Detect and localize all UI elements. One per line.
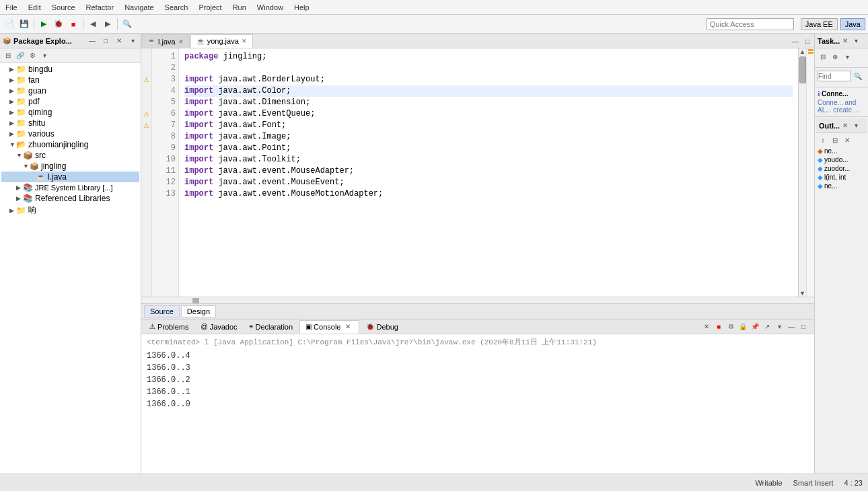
tab-ljava[interactable]: ☕ l.java ✕	[141, 34, 190, 48]
menu-source[interactable]: Source	[49, 2, 78, 13]
java-button[interactable]: Java	[840, 18, 865, 30]
collapse-all-button[interactable]: ⊟	[3, 50, 13, 61]
outline-item-lint[interactable]: ◆ l(int, int	[816, 173, 867, 182]
open-console-button[interactable]: ↗	[762, 322, 772, 332]
design-tab[interactable]: Design	[181, 305, 216, 317]
console-chevron-button[interactable]: ▾	[774, 322, 785, 332]
scroll-down-button[interactable]: ▼	[799, 290, 806, 297]
library-icon: 📚	[23, 194, 33, 203]
tab-yongjava[interactable]: ☕ yong.java ✕	[190, 34, 253, 48]
scroll-up-button[interactable]: ▲	[799, 48, 806, 55]
tree-item-jingling[interactable]: ▼ 📦 jingling	[1, 161, 139, 172]
tree-item-ljava[interactable]: ☕ l.java	[1, 172, 139, 182]
console-min-button[interactable]: —	[786, 322, 797, 332]
task-btn-3[interactable]: ▾	[842, 51, 853, 62]
find-input[interactable]	[818, 71, 851, 81]
minimize-panel-button[interactable]: —	[87, 36, 98, 46]
outline-item-ne[interactable]: ◆ ne...	[816, 147, 867, 155]
clear-console-button[interactable]: ✕	[701, 322, 712, 332]
tab-debug[interactable]: 🐞 Debug	[361, 320, 403, 334]
scroll-thumb[interactable]	[799, 56, 806, 83]
console-settings-button[interactable]: ⚙	[725, 322, 736, 332]
quick-access-input[interactable]	[707, 18, 794, 30]
tree-item-qiming[interactable]: ▶ 📁 qiming	[1, 107, 139, 118]
editor-max-button[interactable]: □	[802, 36, 813, 46]
tree-item-pdf[interactable]: ▶ 📁 pdf	[1, 96, 139, 107]
tab-console[interactable]: ▣ Console ✕	[299, 320, 359, 334]
task-btn-2[interactable]: ⊕	[830, 51, 840, 62]
outline-btn-3[interactable]: ✕	[842, 135, 853, 145]
debug-button[interactable]: 🐞	[52, 17, 65, 31]
task-panel-menu[interactable]: ▾	[851, 36, 861, 46]
search-button[interactable]: 🔍	[120, 17, 134, 31]
tree-item-various[interactable]: ▶ 📁 various	[1, 128, 139, 139]
tree-item-jre[interactable]: ▶ 📚 JRE System Library [...]	[1, 182, 139, 193]
tree-item-guan[interactable]: ▶ 📁 guan	[1, 85, 139, 96]
new-button[interactable]: 📄	[3, 17, 16, 31]
menu-file[interactable]: File	[3, 2, 20, 13]
java-ee-button[interactable]: Java EE	[801, 18, 838, 30]
tree-item-zhuomianjingling[interactable]: ▼ 📂 zhuomianjingling	[1, 139, 139, 150]
outline-menu[interactable]: ▾	[851, 120, 861, 131]
save-button[interactable]: 💾	[17, 17, 31, 31]
menu-window[interactable]: Window	[254, 2, 286, 13]
tab-javadoc-label: Javadoc	[210, 323, 238, 331]
menu-run[interactable]: Run	[230, 2, 249, 13]
code-editor-area: ⚠ ⚠ ⚠ 12345 678910 111213	[141, 48, 814, 297]
panel-chevron-button[interactable]: ▾	[39, 50, 50, 61]
task-panel-close[interactable]: ✕	[840, 36, 851, 46]
menu-help[interactable]: Help	[291, 2, 312, 13]
source-tab[interactable]: Source	[144, 305, 180, 317]
h-scroll-thumb[interactable]	[192, 298, 199, 303]
tree-item-bingdu[interactable]: ▶ 📁 bingdu	[1, 64, 139, 75]
code-editor[interactable]: package jingling; import java.awt.Border…	[179, 48, 798, 297]
outline-item-zuodor[interactable]: ◆ zuodor...	[816, 164, 867, 173]
editor-min-button[interactable]: —	[790, 36, 801, 46]
pin-console-button[interactable]: 📌	[750, 322, 760, 332]
console-close-button[interactable]: ✕	[342, 322, 353, 332]
tab-javadoc[interactable]: @ Javadoc	[195, 320, 242, 334]
find-button[interactable]: 🔍	[853, 71, 863, 81]
tree-item-shitu[interactable]: ▶ 📁 shitu	[1, 118, 139, 128]
console-max-button[interactable]: □	[798, 322, 809, 332]
back-button[interactable]: ◀	[86, 17, 100, 31]
horizontal-scrollbar[interactable]	[179, 297, 814, 303]
close-panel-button[interactable]: ✕	[114, 36, 124, 46]
tab-close-button[interactable]: ✕	[178, 38, 184, 45]
menu-edit[interactable]: Edit	[26, 2, 44, 13]
forward-button[interactable]: ▶	[101, 17, 114, 31]
maximize-panel-button[interactable]: □	[100, 36, 111, 46]
menu-project[interactable]: Project	[196, 2, 224, 13]
menu-navigate[interactable]: Navigate	[122, 2, 156, 13]
stop-button[interactable]: ■	[67, 17, 80, 31]
chevron-right-icon: ▶	[9, 120, 16, 126]
tree-item-src[interactable]: ▼ 📦 src	[1, 150, 139, 161]
tree-item-referenced-libs[interactable]: ▶ 📚 Referenced Libraries	[1, 193, 139, 204]
outline-item-ne2[interactable]: ◆ ne...	[816, 182, 867, 190]
panel-settings-button[interactable]: ⚙	[27, 50, 38, 61]
outline-item-youdo[interactable]: ◆ youdo...	[816, 155, 867, 164]
tree-item-xiang[interactable]: ▶ 📁 响	[1, 204, 139, 217]
outline-btn-2[interactable]: ⊟	[830, 135, 840, 145]
menu-refactor[interactable]: Refactor	[83, 2, 117, 13]
scroll-lock-button[interactable]: 🔒	[737, 322, 748, 332]
menu-search[interactable]: Search	[162, 2, 191, 13]
tree-item-fan[interactable]: ▶ 📁 fan	[1, 75, 139, 85]
tab-close-button[interactable]: ✕	[242, 38, 247, 44]
tab-problems[interactable]: ⚠ Problems	[144, 320, 194, 334]
chevron-right-icon: ▶	[9, 87, 16, 94]
task-btn-1[interactable]: ⊟	[818, 51, 828, 62]
javadoc-icon: @	[201, 323, 207, 330]
menu-bar: File Edit Source Refactor Navigate Searc…	[0, 0, 868, 15]
run-button[interactable]: ▶	[37, 17, 50, 31]
tab-declaration[interactable]: ≡ Declaration	[244, 320, 298, 334]
console-tabs: ⚠ Problems @ Javadoc ≡ Declaration ▣ Con…	[141, 319, 814, 334]
code-line-1: package jingling;	[184, 51, 793, 63]
outline-btn-1[interactable]: ↕	[818, 135, 828, 145]
panel-menu-button[interactable]: ▾	[127, 36, 138, 46]
link-with-editor-button[interactable]: 🔗	[15, 50, 26, 61]
horizontal-scrollbar-area	[141, 297, 814, 303]
outline-close[interactable]: ✕	[840, 120, 851, 131]
vertical-scrollbar[interactable]: ▲ ▼	[798, 48, 806, 297]
terminate-button[interactable]: ■	[713, 322, 724, 332]
